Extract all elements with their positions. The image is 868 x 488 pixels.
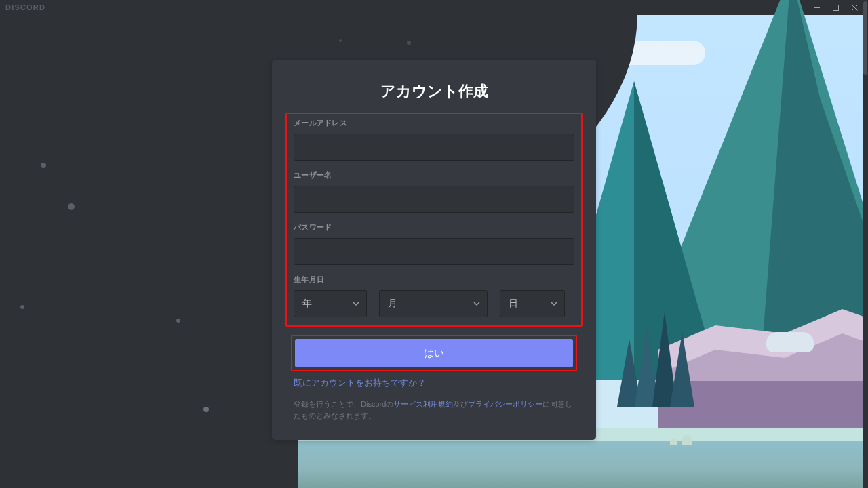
dob-month-select[interactable]: 月 [379, 290, 488, 317]
minimize-button[interactable] [807, 1, 826, 14]
email-label: メールアドレス [294, 118, 574, 128]
app-brand: DISCORD [5, 3, 45, 12]
chevron-down-icon [551, 298, 557, 309]
username-input[interactable] [294, 186, 574, 213]
password-field-group: パスワード [294, 222, 574, 265]
tos-link[interactable]: サービス利用規約 [393, 400, 453, 408]
dob-day-select[interactable]: 日 [500, 290, 565, 317]
dob-month-value: 月 [388, 298, 397, 310]
password-input[interactable] [294, 238, 574, 265]
password-label: パスワード [294, 222, 574, 232]
username-label: ユーザー名 [294, 170, 574, 180]
window-controls [807, 1, 864, 14]
chevron-down-icon [473, 298, 480, 309]
dob-day-value: 日 [509, 298, 518, 310]
scrollbar-thumb[interactable] [863, 1, 867, 75]
close-icon [851, 4, 859, 12]
close-button[interactable] [845, 1, 864, 14]
dob-field-group: 生年月日 年 月 日 [294, 274, 574, 317]
highlight-fields: メールアドレス ユーザー名 パスワード 生年月日 年 月 [285, 113, 583, 327]
minimize-icon [813, 4, 821, 12]
chevron-down-icon [353, 298, 359, 309]
submit-button[interactable]: はい [295, 339, 573, 367]
register-card: アカウント作成 メールアドレス ユーザー名 パスワード 生年月日 年 [272, 60, 596, 440]
maximize-icon [832, 4, 840, 12]
username-field-group: ユーザー名 [294, 170, 574, 213]
privacy-link[interactable]: プライバシーポリシー [468, 400, 542, 408]
already-have-account-link[interactable]: 既にアカウントをお持ちですか？ [294, 377, 574, 389]
legal-mid: 及び [453, 400, 468, 408]
dob-label: 生年月日 [294, 274, 574, 285]
card-title: アカウント作成 [294, 81, 574, 102]
email-field-group: メールアドレス [294, 118, 574, 161]
email-input[interactable] [294, 134, 574, 161]
titlebar: DISCORD [0, 0, 868, 15]
scrollbar[interactable] [863, 0, 868, 488]
svg-rect-0 [833, 5, 838, 10]
legal-text: 登録を行うことで、Discordのサービス利用規約及びプライバシーポリシーに同意… [294, 399, 574, 421]
dob-year-value: 年 [302, 298, 312, 310]
highlight-submit: はい [291, 335, 577, 371]
dob-year-select[interactable]: 年 [294, 290, 367, 317]
legal-pre: 登録を行うことで、Discordの [294, 400, 393, 408]
maximize-button[interactable] [826, 1, 845, 14]
